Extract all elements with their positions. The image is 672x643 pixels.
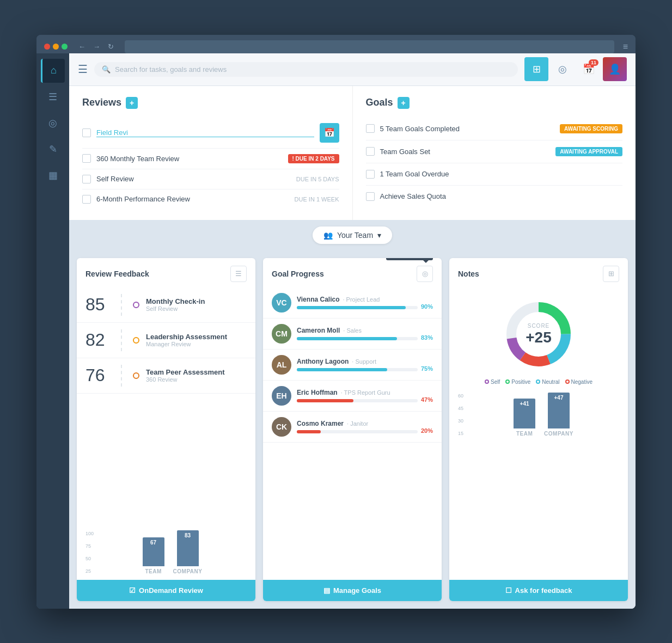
review-item[interactable]: Field Revi 📅	[82, 118, 339, 149]
ask-feedback-button[interactable]: ☐ Ask for feedback	[449, 580, 628, 601]
sidebar-item-notes[interactable]: ✎	[41, 137, 65, 161]
goal-person-eh: EH Eric Hoffman · TPS Report Guru 47%	[263, 381, 442, 412]
goal-item[interactable]: 1 Team Goal Overdue	[366, 163, 623, 186]
goal-person-vc: VC Vienna Calico · Project Lead 90%	[263, 287, 442, 319]
person-info-al: Anthony Lagoon · Support 75%	[297, 358, 433, 372]
top-panels: Reviews + Field Revi 📅 360 Monthly Team …	[69, 86, 636, 220]
user-avatar[interactable]: 👤	[603, 57, 627, 81]
minimize-button[interactable]	[53, 44, 59, 50]
review-checkbox[interactable]	[82, 175, 91, 183]
progress-pct-ck: 20%	[421, 427, 433, 434]
review-checkbox[interactable]	[82, 154, 91, 163]
person-name-ck: Cosmo Kramer	[297, 420, 344, 427]
add-review-button[interactable]: +	[126, 97, 138, 109]
search-button[interactable]: ◎	[551, 57, 575, 81]
goal-badge-awaiting-scoring: AWAITING SCORING	[560, 124, 622, 133]
sidebar: ⌂ ☰ ◎ ✎ ▦	[36, 53, 69, 609]
notes-icon-btn[interactable]: ⊞	[603, 266, 619, 282]
manage-goals-button[interactable]: ▤ Manage Goals	[263, 580, 442, 601]
person-info-eh: Eric Hoffman · TPS Report Guru 47%	[297, 389, 433, 403]
legend-dot-positive	[505, 379, 510, 384]
notes-bar-company: +47 COMPANY	[544, 393, 573, 437]
progress-pct-eh: 47%	[421, 396, 433, 403]
person-name-vc: Vienna Calico	[297, 296, 339, 303]
dashboard-button[interactable]: ⊞	[524, 57, 548, 81]
goal-item[interactable]: Team Goals Set AWAITING APPROVAL	[366, 140, 623, 163]
goal-checkbox[interactable]	[366, 147, 375, 156]
feedback-sub: 360 Review	[146, 376, 247, 383]
dashed-divider	[121, 365, 122, 387]
review-feedback-title: Review Feedback	[85, 270, 149, 278]
person-role-ck: · Janitor	[347, 420, 368, 427]
legend-neutral: Neutral	[536, 379, 559, 385]
search-topbar-icon: ◎	[558, 63, 567, 75]
forward-button[interactable]: →	[91, 41, 102, 52]
ask-feedback-icon: ☐	[505, 586, 512, 595]
refresh-button[interactable]: ↻	[106, 41, 116, 52]
set-goal-button[interactable]: ◎	[417, 266, 433, 282]
sidebar-item-home[interactable]: ⌂	[41, 59, 65, 83]
sidebar-item-chart[interactable]: ▦	[41, 163, 65, 187]
avatar-image: 👤	[603, 57, 627, 81]
sidebar-item-list[interactable]: ☰	[41, 85, 65, 109]
goal-checkbox[interactable]	[366, 170, 375, 179]
avatar-eh: EH	[272, 386, 291, 406]
goal-checkbox[interactable]	[366, 124, 375, 133]
review-feedback-header: Review Feedback ☰	[77, 258, 255, 287]
legend-negative: Negative	[565, 379, 592, 385]
review-item[interactable]: Self Review DUE IN 5 DAYS	[82, 169, 339, 189]
goal-item[interactable]: Achieve Sales Quota	[366, 186, 623, 207]
notes-bar-team: +41 TEAM	[514, 399, 535, 437]
person-info-cm: Cameron Moll · Sales 83%	[297, 327, 433, 341]
calendar-button[interactable]: 📅 11	[577, 57, 601, 81]
maximize-button[interactable]	[62, 44, 68, 50]
feedback-item-peer: 76 Team Peer Assessment 360 Review	[77, 358, 255, 394]
add-goal-button[interactable]: +	[398, 97, 410, 109]
goal-item[interactable]: 5 Team Goals Completed AWAITING SCORING	[366, 118, 623, 140]
review-name: 6-Month Performance Review	[96, 195, 289, 203]
goal-name: 5 Team Goals Completed	[380, 125, 555, 133]
review-name: 360 Monthly Team Review	[96, 155, 283, 163]
calendar-icon-box[interactable]: 📅	[320, 123, 339, 143]
person-role-al: · Support	[352, 358, 376, 365]
review-item[interactable]: 360 Monthly Team Review ! DUE IN 2 DAYS	[82, 149, 339, 169]
team-selector[interactable]: 👥 Your Team ▾	[313, 226, 392, 244]
browser-menu-icon[interactable]: ≡	[623, 42, 628, 52]
address-bar[interactable]	[125, 40, 614, 53]
search-box[interactable]: 🔍 Search for tasks, goals and reviews	[94, 62, 518, 77]
notes-legend: Self Positive Neutral Negative	[449, 377, 628, 387]
review-checkbox[interactable]	[82, 195, 91, 204]
avatar-vc: VC	[272, 293, 291, 313]
goal-checkbox[interactable]	[366, 192, 375, 201]
chart-y-labels: 100 75 50 25	[85, 531, 96, 574]
avatar-cm: CM	[272, 324, 291, 344]
goal-name: Achieve Sales Quota	[380, 192, 623, 200]
goal-name: Team Goals Set	[380, 148, 551, 156]
feedback-label: Leadership Assessment	[146, 333, 247, 341]
notes-chart-y-labels: 60 45 30 15	[458, 393, 466, 437]
team-icon: 👥	[323, 231, 333, 240]
close-button[interactable]	[44, 44, 50, 50]
team-label: Your Team	[337, 231, 373, 240]
team-bar: 👥 Your Team ▾	[69, 220, 636, 250]
feedback-sub: Manager Review	[146, 341, 247, 347]
dashed-divider	[121, 294, 122, 316]
back-button[interactable]: ←	[76, 41, 88, 52]
donut-chart: SCORE +25	[500, 296, 577, 372]
donut-wrap: SCORE +25	[449, 287, 628, 377]
manage-goals-label: Manage Goals	[333, 586, 381, 595]
topbar-actions: ⊞ ◎ 📅 11 👤	[524, 57, 627, 81]
review-checkbox[interactable]	[82, 128, 91, 137]
sidebar-item-target[interactable]: ◎	[41, 111, 65, 135]
feedback-dot-orange	[133, 337, 139, 344]
feedback-info: Monthly Check-in Self Review	[146, 297, 247, 312]
due-normal: DUE IN 5 DAYS	[296, 176, 339, 182]
topbar-menu-icon[interactable]: ☰	[78, 63, 88, 76]
review-item[interactable]: 6-Month Performance Review DUE IN 1 WEEK	[82, 189, 339, 209]
progress-bar-cm	[297, 337, 397, 340]
ondemand-review-button[interactable]: ☑ OnDemand Review	[77, 580, 255, 601]
progress-pct-vc: 90%	[421, 303, 433, 310]
review-feedback-icon-btn[interactable]: ☰	[230, 266, 247, 282]
progress-bar-ck	[297, 430, 321, 433]
progress-pct-al: 75%	[421, 365, 433, 372]
